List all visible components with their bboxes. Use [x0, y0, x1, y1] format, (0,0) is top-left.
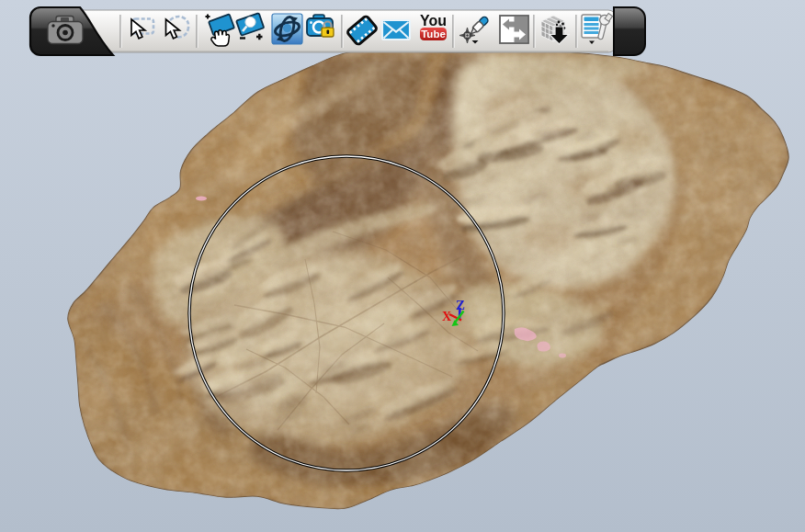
svg-text:X: X	[442, 310, 451, 323]
svg-text:Z: Z	[456, 298, 465, 312]
svg-text:Tube: Tube	[421, 28, 446, 40]
svg-text:You: You	[420, 13, 447, 28]
